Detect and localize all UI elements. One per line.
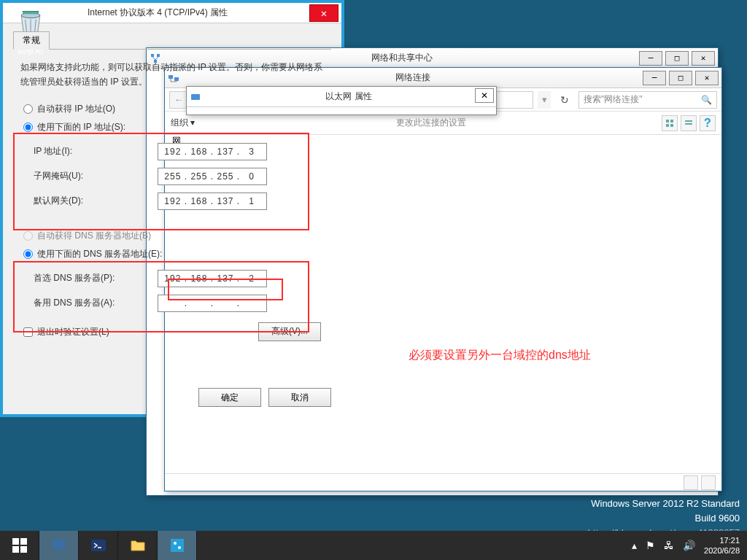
tab-general[interactable]: 常规	[13, 31, 50, 50]
taskbar-explorer[interactable]	[118, 531, 158, 560]
radio-auto-dns-label: 自动获得 DNS 服务器地址(B)	[37, 230, 151, 242]
taskbar-control-panel[interactable]	[158, 531, 197, 560]
close-button[interactable]: ✕	[692, 51, 715, 66]
row-dns1: 首选 DNS 服务器(P): 192. 168. 137. 2	[34, 266, 324, 291]
tabstrip: 常规	[13, 32, 331, 50]
status-view-icon-2[interactable]	[701, 475, 716, 490]
dropdown-icon[interactable]: ▾	[538, 91, 551, 109]
folder-icon	[129, 537, 147, 554]
radio-use-dns-input[interactable]	[23, 249, 33, 259]
ok-button[interactable]: 确定	[198, 388, 261, 407]
tray-up-icon[interactable]: ▴	[632, 540, 637, 551]
input-subnet-mask[interactable]: 255. 255. 255. 0	[158, 168, 267, 185]
close-button[interactable]: ✕	[695, 71, 719, 85]
build-info: Windows Server 2012 R2 Standard Build 96…	[591, 497, 740, 525]
system-tray: ▴ ⚑ 🖧 🔊 17:21 2020/6/28	[624, 531, 747, 560]
svg-point-22	[178, 546, 181, 549]
minimize-button[interactable]: ─	[639, 51, 662, 66]
checkbox-verify-input[interactable]	[23, 327, 33, 337]
clock-date: 2020/6/28	[704, 545, 740, 556]
start-button[interactable]	[0, 531, 39, 560]
radio-use-dns[interactable]: 使用下面的 DNS 服务器地址(E):	[23, 248, 324, 260]
close-button[interactable]: ✕	[309, 4, 338, 22]
radio-auto-dns-input	[23, 231, 33, 241]
svg-rect-15	[12, 546, 19, 553]
network-tray-icon[interactable]: 🖧	[664, 540, 674, 551]
row-subnet-mask: 子网掩码(U): 255. 255. 255. 0	[34, 164, 324, 189]
window-ipv4-properties: Internet 协议版本 4 (TCP/IPv4) 属性 ✕ 常规 如果网络支…	[0, 0, 344, 417]
svg-rect-8	[666, 124, 669, 127]
clock-time: 17:21	[704, 535, 740, 545]
svg-rect-9	[670, 124, 673, 127]
server-manager-icon	[50, 537, 68, 554]
svg-rect-13	[12, 538, 19, 545]
svg-rect-14	[20, 538, 27, 545]
view-large-icon[interactable]	[662, 115, 678, 131]
radio-auto-ip-input[interactable]	[23, 104, 33, 114]
svg-rect-20	[171, 539, 184, 552]
search-placeholder: 搜索"网络连接"	[584, 93, 643, 106]
radio-auto-ip-label: 自动获得 IP 地址(O)	[37, 103, 115, 115]
input-dns1[interactable]: 192. 168. 137. 2	[158, 270, 267, 287]
svg-rect-16	[20, 546, 27, 553]
input-ip-address[interactable]: 192. 168. 137. 3	[158, 143, 267, 160]
radio-auto-dns: 自动获得 DNS 服务器地址(B)	[23, 230, 324, 242]
taskbar-clock[interactable]: 17:21 2020/6/28	[704, 535, 740, 556]
radio-use-ip-label: 使用下面的 IP 地址(S):	[37, 121, 125, 133]
radio-auto-ip[interactable]: 自动获得 IP 地址(O)	[23, 103, 324, 115]
cancel-button[interactable]: 取消	[268, 388, 331, 407]
control-panel-icon	[169, 537, 186, 554]
radio-use-ip[interactable]: 使用下面的 IP 地址(S):	[23, 121, 324, 133]
label-dns2: 备用 DNS 服务器(A):	[34, 297, 158, 309]
svg-rect-17	[53, 540, 66, 548]
search-input[interactable]: 搜索"网络连接" 🔍	[578, 91, 717, 109]
svg-rect-6	[666, 120, 669, 122]
row-dns2: 备用 DNS 服务器(A): . . .	[34, 291, 324, 316]
checkbox-verify-label: 退出时验证设置(L)	[37, 326, 109, 338]
minimize-button[interactable]: ─	[643, 71, 666, 85]
statusbar	[165, 473, 721, 491]
build-line2: Build 9600	[591, 511, 740, 526]
taskbar-server-manager[interactable]	[39, 531, 79, 560]
input-gateway[interactable]: 192. 168. 137. 1	[158, 192, 267, 210]
flag-icon[interactable]: ⚑	[646, 540, 655, 551]
radio-use-ip-input[interactable]	[23, 122, 33, 132]
taskbar: ▴ ⚑ 🖧 🔊 17:21 2020/6/28	[0, 531, 747, 560]
description-text: 如果网络支持此功能，则可以获取自动指派的 IP 设置。否则，你需要从网络系统管理…	[20, 60, 324, 90]
titlebar-ipv4[interactable]: Internet 协议版本 4 (TCP/IPv4) 属性 ✕	[3, 3, 341, 23]
status-view-icon-1[interactable]	[684, 475, 698, 490]
sound-icon[interactable]: 🔊	[683, 540, 695, 551]
svg-rect-19	[91, 540, 106, 551]
taskbar-powershell[interactable]	[79, 531, 118, 560]
svg-rect-18	[57, 549, 61, 551]
label-ip: IP 地址(I):	[34, 145, 158, 158]
row-ip-address: IP 地址(I): 192. 168. 137. 3	[34, 139, 324, 164]
label-gateway: 默认网关(D):	[34, 195, 158, 207]
advanced-button[interactable]: 高级(V)...	[258, 322, 321, 341]
maximize-button[interactable]: □	[665, 51, 689, 66]
radio-use-dns-label: 使用下面的 DNS 服务器地址(E):	[37, 248, 162, 260]
windows-icon	[11, 537, 28, 554]
close-button[interactable]: ✕	[475, 88, 494, 103]
help-icon[interactable]: ?	[700, 115, 716, 131]
toolbar-more[interactable]: 更改此连接的设置	[396, 117, 466, 129]
label-dns1: 首选 DNS 服务器(P):	[34, 272, 158, 284]
build-line1: Windows Server 2012 R2 Standard	[591, 497, 740, 511]
svg-rect-7	[670, 120, 673, 122]
refresh-button[interactable]: ↻	[555, 91, 574, 109]
maximize-button[interactable]: □	[669, 71, 692, 85]
svg-rect-11	[685, 123, 692, 125]
input-dns2[interactable]: . . .	[158, 295, 267, 312]
view-details-icon[interactable]	[681, 115, 697, 131]
powershell-icon	[90, 537, 107, 554]
annotation-text: 必须要设置另外一台域控的dns地址	[409, 348, 591, 363]
svg-point-21	[174, 542, 177, 545]
row-gateway: 默认网关(D): 192. 168. 137. 1	[34, 189, 324, 214]
svg-rect-10	[685, 120, 692, 122]
label-mask: 子网掩码(U):	[34, 170, 158, 182]
